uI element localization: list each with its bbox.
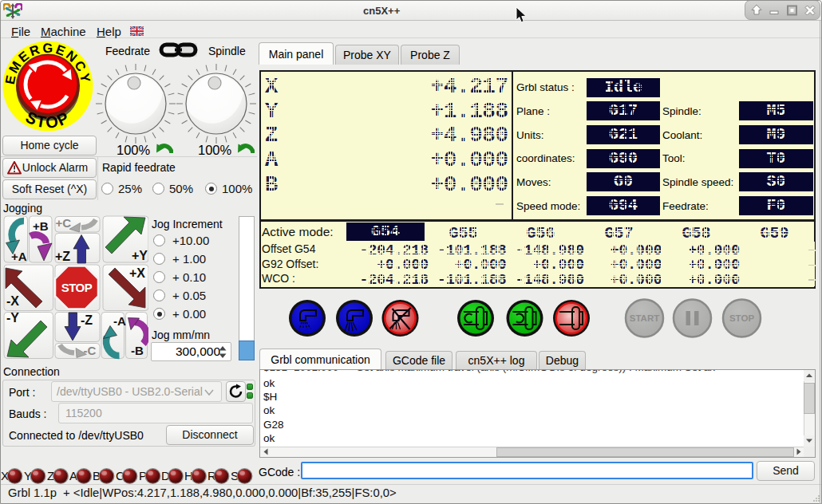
svg-text:-Z: -Z xyxy=(81,313,93,327)
svg-text:STOP: STOP xyxy=(729,313,754,323)
svg-text:STOP: STOP xyxy=(61,281,93,294)
svg-text:+C: +C xyxy=(56,216,72,230)
svg-text:+Z: +Z xyxy=(55,250,70,263)
svg-text:START: START xyxy=(630,313,659,323)
svg-text:-B: -B xyxy=(131,344,144,357)
svg-text:-X: -X xyxy=(6,294,19,308)
svg-text:-A: -A xyxy=(113,314,126,328)
svg-text:+X: +X xyxy=(129,266,145,280)
svg-text:+Y: +Y xyxy=(132,249,148,262)
svg-text:-Y: -Y xyxy=(6,311,19,325)
svg-text:+B: +B xyxy=(33,219,49,233)
